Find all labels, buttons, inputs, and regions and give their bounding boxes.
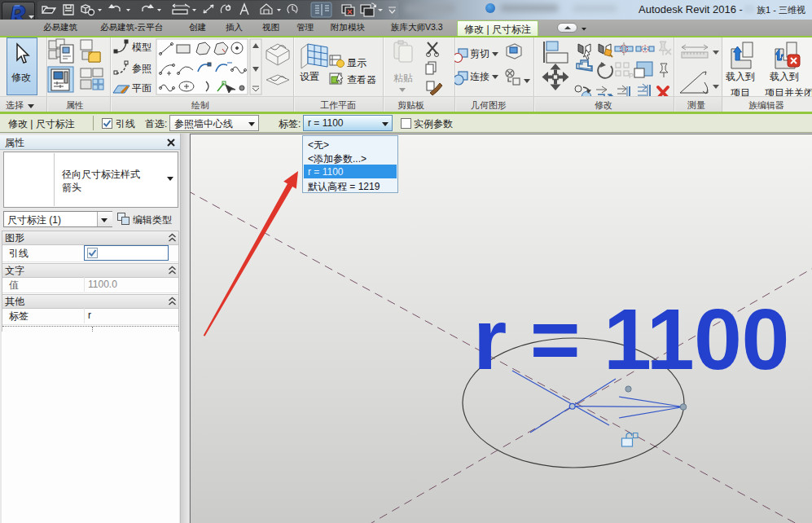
svg-text:P: P: [629, 72, 634, 80]
svg-text:显示: 显示: [347, 57, 366, 68]
svg-text:剪切: 剪切: [470, 48, 489, 59]
svg-text:载入到: 载入到: [726, 71, 755, 82]
svg-text:载入到: 载入到: [770, 71, 799, 82]
svg-text:设置: 设置: [300, 71, 319, 82]
svg-text:粘贴: 粘贴: [393, 73, 413, 84]
svg-text:平面: 平面: [132, 82, 151, 94]
svg-text:模型: 模型: [132, 42, 151, 53]
svg-text:查看器: 查看器: [347, 74, 376, 86]
svg-text:连接: 连接: [470, 71, 489, 82]
svg-text:参照: 参照: [132, 63, 151, 74]
